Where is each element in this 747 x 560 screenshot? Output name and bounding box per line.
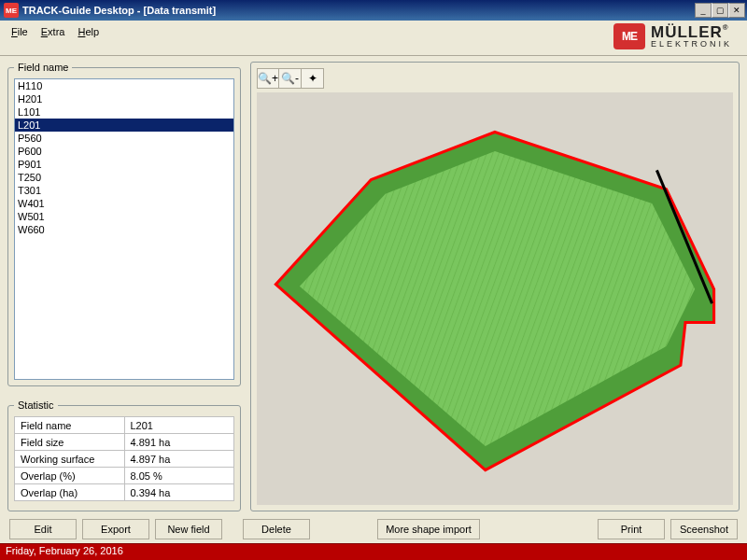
- list-item[interactable]: W501: [15, 210, 233, 223]
- status-bar: Friday, February 26, 2016: [0, 543, 747, 560]
- screenshot-button[interactable]: Sceenshot: [670, 519, 738, 539]
- window-controls: _ ▢ ✕: [695, 3, 745, 18]
- statistic-group: Statistic Field nameL201Field size4.891 …: [7, 399, 241, 511]
- list-item[interactable]: W660: [15, 223, 233, 236]
- right-column: 🔍+ 🔍- ✦: [250, 62, 740, 511]
- table-row: Overlap (%)8.05 %: [15, 468, 234, 484]
- map-toolbar: 🔍+ 🔍- ✦: [257, 68, 733, 89]
- stat-label: Overlap (ha): [15, 484, 125, 501]
- print-button[interactable]: Print: [598, 519, 665, 539]
- table-row: Working surface4.897 ha: [15, 451, 234, 468]
- menu-file[interactable]: File: [11, 26, 28, 37]
- menu-help[interactable]: Help: [78, 26, 99, 37]
- menu-bar: File Extra Help ME MÜLLER® ELEKTRONIK: [0, 21, 747, 56]
- brand-name: MÜLLER®: [651, 24, 732, 40]
- left-column: Field name H110H201L101L201P560P600P901T…: [7, 62, 241, 511]
- stat-value: 8.05 %: [124, 468, 234, 484]
- table-row: Overlap (ha)0.394 ha: [15, 484, 234, 501]
- delete-button[interactable]: Delete: [243, 519, 310, 539]
- map-canvas[interactable]: [257, 92, 733, 505]
- edit-button[interactable]: Edit: [9, 519, 77, 539]
- stat-label: Field size: [15, 434, 125, 451]
- fieldname-group: Field name H110H201L101L201P560P600P901T…: [7, 62, 241, 386]
- list-item[interactable]: T250: [15, 171, 233, 184]
- work-area: Field name H110H201L101L201P560P600P901T…: [0, 56, 747, 513]
- fieldname-legend: Field name: [14, 62, 72, 73]
- stat-value: 4.897 ha: [124, 451, 234, 468]
- title-bar: ME TRACK-Guide Desktop - [Data transmit]…: [0, 0, 747, 21]
- stat-value: 4.891 ha: [124, 434, 234, 451]
- window-title: TRACK-Guide Desktop - [Data transmit]: [22, 5, 695, 16]
- maximize-button[interactable]: ▢: [712, 3, 728, 18]
- stat-label: Working surface: [15, 451, 125, 468]
- menu-extra[interactable]: Extra: [41, 26, 65, 37]
- brand-logo: ME MÜLLER® ELEKTRONIK: [613, 23, 732, 49]
- map-panel: 🔍+ 🔍- ✦: [250, 62, 740, 511]
- zoom-in-icon[interactable]: 🔍+: [257, 68, 279, 89]
- minimize-button[interactable]: _: [695, 3, 712, 18]
- field-listbox[interactable]: H110H201L101L201P560P600P901T250T301W401…: [14, 78, 234, 380]
- list-item[interactable]: L101: [15, 105, 233, 119]
- status-date: Friday, February 26, 2016: [6, 545, 123, 556]
- newfield-button[interactable]: New field: [155, 519, 222, 539]
- button-row: Edit Export New field Delete More shape …: [0, 513, 747, 543]
- moreshape-button[interactable]: More shape import: [377, 519, 480, 539]
- list-item[interactable]: P600: [15, 145, 233, 158]
- list-item[interactable]: H110: [15, 79, 233, 92]
- statistic-table: Field nameL201Field size4.891 haWorking …: [14, 416, 234, 501]
- brand-badge: ME: [613, 23, 645, 49]
- app-icon: ME: [4, 3, 19, 18]
- list-item[interactable]: T301: [15, 184, 233, 197]
- export-button[interactable]: Export: [82, 519, 149, 539]
- list-item[interactable]: H201: [15, 92, 233, 105]
- list-item[interactable]: L201: [15, 119, 233, 132]
- statistic-legend: Statistic: [14, 399, 58, 411]
- zoom-extent-icon[interactable]: ✦: [302, 68, 324, 89]
- list-item[interactable]: P560: [15, 132, 233, 145]
- table-row: Field nameL201: [15, 417, 234, 434]
- stat-label: Field name: [15, 417, 125, 434]
- stat-label: Overlap (%): [15, 468, 125, 484]
- brand-sub: ELEKTRONIK: [651, 40, 732, 49]
- list-item[interactable]: P901: [15, 158, 233, 171]
- stat-value: L201: [124, 417, 234, 434]
- field-shape: [257, 92, 733, 505]
- list-item[interactable]: W401: [15, 197, 233, 210]
- table-row: Field size4.891 ha: [15, 434, 234, 451]
- zoom-out-icon[interactable]: 🔍-: [279, 68, 302, 89]
- close-button[interactable]: ✕: [728, 3, 745, 18]
- stat-value: 0.394 ha: [124, 484, 234, 501]
